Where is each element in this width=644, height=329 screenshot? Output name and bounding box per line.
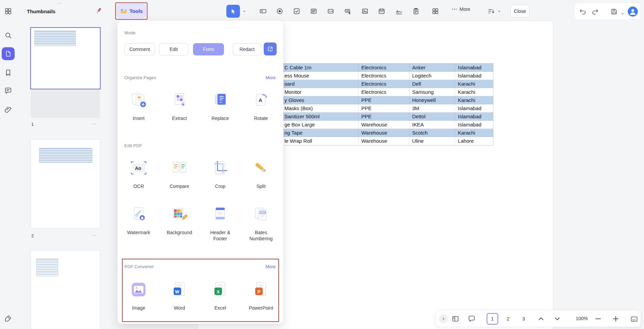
table-cell: Scotch	[410, 129, 455, 137]
tools-button[interactable]: Tools	[117, 4, 146, 18]
sort-fields-icon[interactable]	[487, 7, 495, 15]
person-icon	[628, 6, 638, 17]
bookmark-icon[interactable]	[4, 69, 12, 77]
tool-watermark[interactable]: Watermark	[118, 205, 159, 242]
mode-section-title: Mode	[124, 30, 136, 35]
checkbox-icon[interactable]	[293, 7, 301, 15]
attachment-icon[interactable]	[4, 106, 12, 114]
bates-numbering-icon: 00123	[251, 205, 271, 224]
tool-convert-word[interactable]: W Word	[159, 280, 200, 311]
tool-ocr[interactable]: Ao OCR	[118, 158, 159, 190]
table-cell: PPE	[359, 96, 410, 104]
pen-tool-icon[interactable]	[4, 314, 12, 323]
zoom-out-icon[interactable]	[594, 315, 602, 323]
select-tool-button[interactable]	[226, 5, 240, 18]
page-button-2[interactable]: 2	[502, 313, 514, 325]
reading-view-icon[interactable]	[451, 315, 459, 323]
grid-fields-icon[interactable]	[431, 7, 439, 15]
date-field-icon[interactable]	[378, 7, 386, 15]
page-button-3[interactable]: 3	[518, 313, 529, 325]
sidebar-item-pages[interactable]	[2, 47, 15, 60]
zoom-level[interactable]: 100%	[576, 316, 588, 321]
push-button-icon[interactable]: OK	[344, 7, 352, 15]
tool-convert-powerpoint[interactable]: P PowerPoint	[241, 280, 281, 311]
actual-size-icon[interactable]: 1:1	[630, 315, 638, 323]
comment-bubble-icon[interactable]	[468, 315, 476, 323]
organize-more-link[interactable]: More	[265, 75, 276, 80]
image-field-icon[interactable]	[361, 7, 369, 15]
bottom-toolbar: 1 2 3 100% 1:1	[435, 310, 641, 327]
tool-insert[interactable]: Insert	[118, 90, 159, 122]
text-field-icon[interactable]	[259, 7, 267, 15]
ellipsis-icon	[451, 6, 457, 12]
save-icon[interactable]	[610, 7, 618, 16]
page-2-menu-icon[interactable]: ⋯	[92, 232, 97, 238]
converter-more-link[interactable]: More	[265, 264, 276, 269]
table-cell: Samsung	[410, 88, 455, 96]
page-1-menu-icon[interactable]: ⋯	[92, 121, 97, 126]
pin-icon[interactable]	[94, 7, 103, 15]
cursor-icon	[230, 8, 237, 15]
mode-redact-button[interactable]: Redact	[233, 43, 261, 55]
pdf-converter-title: PDF Converter	[124, 264, 154, 269]
account-avatar[interactable]	[628, 6, 638, 17]
tool-split[interactable]: Split	[241, 158, 281, 190]
table-cell: Uline	[410, 137, 455, 145]
more-tools-button[interactable]: More	[451, 6, 470, 12]
mini-table-image	[34, 31, 76, 46]
table-cell: PPE	[359, 104, 410, 112]
redo-icon[interactable]	[591, 7, 599, 16]
tool-background[interactable]: Background	[159, 205, 200, 242]
clipboard-icon[interactable]	[412, 7, 420, 15]
next-page-icon[interactable]	[553, 315, 561, 323]
tools-button-label: Tools	[129, 8, 143, 14]
radio-button-icon[interactable]	[276, 7, 284, 15]
svg-text:1:1: 1:1	[632, 318, 636, 321]
tool-header-footer[interactable]: Header & Footer	[200, 205, 241, 242]
save-chevron-icon[interactable]	[620, 10, 625, 18]
search-icon[interactable]	[4, 31, 12, 39]
table-cell: Warehouse	[359, 121, 410, 128]
page-thumbnail-3[interactable]	[31, 250, 100, 329]
mode-comment-button[interactable]: Comment	[124, 43, 155, 55]
open-external-button[interactable]	[264, 42, 277, 55]
undo-icon[interactable]	[579, 7, 587, 16]
tool-crop[interactable]: Crop	[200, 158, 241, 190]
document-icon	[5, 50, 12, 57]
previous-page-icon[interactable]	[537, 315, 545, 323]
zoom-in-icon[interactable]	[612, 315, 620, 323]
panel-handle-icon[interactable]: ⋯	[57, 1, 62, 6]
pdf-converter-grid: Image W Word X Excel P PowerPoint	[118, 280, 283, 311]
table-cell: Electronics	[359, 72, 410, 80]
page-thumbnail-1[interactable]	[31, 28, 100, 89]
page-button-1[interactable]: 1	[487, 313, 498, 325]
thumbnails-title: Thumbnails	[27, 8, 55, 14]
tool-rotate[interactable]: A Rotate	[241, 90, 281, 122]
table-cell: Electronics	[359, 64, 410, 71]
table-cell: Dell	[410, 80, 455, 88]
tool-replace[interactable]: Replace	[200, 90, 241, 122]
mode-form-button[interactable]: Form	[193, 43, 224, 55]
comments-icon[interactable]	[4, 87, 12, 95]
tool-extract[interactable]: Extract	[159, 90, 200, 122]
activity-bar	[0, 0, 16, 329]
tool-convert-excel[interactable]: X Excel	[200, 280, 241, 311]
expand-bar-button[interactable]	[439, 314, 448, 323]
page-thumbnail-2[interactable]	[31, 140, 100, 228]
rotate-icon: A	[251, 90, 271, 109]
tool-bates-numbering[interactable]: 00123 Bates Numbering	[241, 205, 281, 242]
close-button[interactable]: Close	[510, 5, 529, 17]
signature-field-icon[interactable]	[395, 7, 403, 15]
combo-box-icon[interactable]	[327, 7, 335, 15]
table-cell: 3M	[410, 104, 455, 112]
tool-compare[interactable]: Compare	[159, 158, 200, 190]
sort-chevron-icon[interactable]	[497, 7, 502, 15]
table-cell: IKEA	[410, 121, 455, 128]
svg-text:A: A	[259, 97, 262, 103]
table-cell: Logitech	[410, 72, 455, 80]
mode-edit-button[interactable]: Edit	[159, 43, 188, 55]
select-tool-chevron-icon[interactable]	[242, 7, 247, 15]
table-cell: Islamabad	[455, 72, 493, 80]
list-box-icon[interactable]	[310, 7, 318, 15]
tool-convert-image[interactable]: Image	[118, 280, 159, 311]
